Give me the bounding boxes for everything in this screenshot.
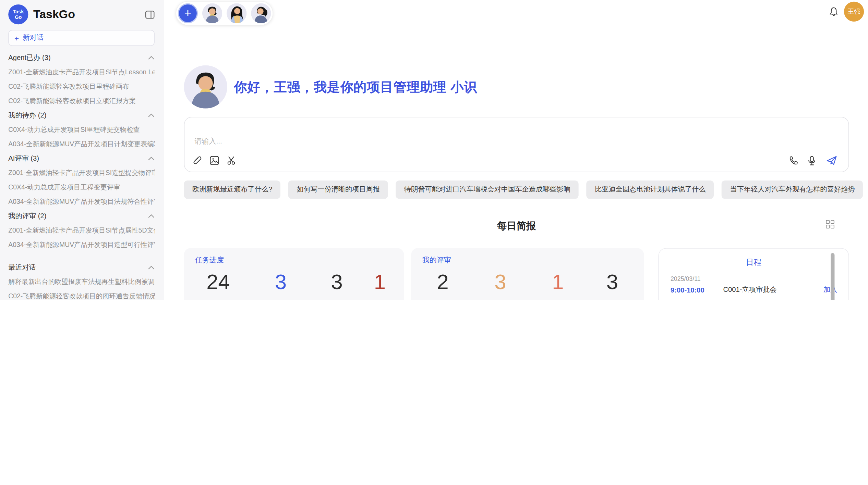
vertical-scrollbar-thumb[interactable] (831, 253, 834, 300)
list-item[interactable]: A034-全新新能源MUV产品开发项目法规符合性评审 (8, 194, 155, 209)
avatar[interactable] (227, 3, 246, 23)
suggestion-chip[interactable]: 特朗普可能对进口汽车增税会对中国车企造成哪些影响 (396, 181, 579, 199)
chevron-up-icon[interactable] (148, 214, 155, 218)
section-title: 最近对话 (8, 263, 36, 272)
list-item[interactable]: Z001-全新燃油皮卡产品开发项目SI节点Lesson Learn报告 (8, 65, 155, 79)
section-title: 我的待办 (2) (8, 110, 46, 120)
schedule-date: 2025/03/11 (671, 275, 837, 282)
schedule-card: 日程 2025/03/11 9:00-10:00 C001-立项审批会 加入 2… (658, 248, 849, 300)
stat-overdue: 1已逾期 (370, 270, 390, 300)
plus-icon: + (14, 34, 19, 42)
list-item[interactable]: C02-飞腾新能源轻客改款项目立项汇报方案 (8, 94, 155, 108)
list-item[interactable]: C0X4-动力总成开发项目SI里程碑提交物检查 (8, 122, 155, 137)
section-my-review[interactable]: 我的评审 (2) (8, 209, 155, 223)
app-window: Task Go TaskGo + 新对话 Agent已办 (3) Z001-全新… (0, 0, 868, 300)
send-icon[interactable] (826, 156, 836, 165)
daily-brief-title: 每日简报 (184, 219, 849, 233)
suggestion-chip[interactable]: 当下年轻人对汽车外观有怎样的喜好趋势 (722, 181, 863, 199)
add-session-button[interactable]: + (178, 3, 198, 23)
avatar[interactable] (202, 3, 222, 23)
stat-new-ai-done: 3新增AI完成任务 (258, 270, 304, 300)
new-chat-label: 新对话 (23, 33, 44, 42)
stat-my-todo: 3我的待办 (324, 270, 350, 300)
task-progress-card: 任务进度 24新增完成任务 3新增AI完成任务 3我的待办 1已逾期 (184, 248, 404, 300)
section-title: Agent已办 (3) (8, 53, 51, 62)
logo-text-top: Task (13, 9, 24, 14)
section-ai-review[interactable]: AI评审 (3) (8, 151, 155, 165)
avatar[interactable] (251, 3, 271, 23)
suggestion-chips: 欧洲新规最近颁布了什么? 如何写一份清晰的项目周报 特朗普可能对进口汽车增税会对… (184, 181, 863, 199)
schedule-title: 日程 (659, 258, 848, 268)
sidebar: Task Go TaskGo + 新对话 Agent已办 (3) Z001-全新… (0, 0, 164, 300)
stat-in-progress: 2进行中 (433, 270, 453, 300)
list-item[interactable]: 解释最新出台的欧盟报废车法规再生塑料比例被调至15%... (8, 275, 155, 289)
assistant-avatar (184, 65, 227, 109)
section-recent-chats[interactable]: 最近对话 (8, 260, 155, 275)
list-item[interactable]: A034-全新新能源MUV产品开发项目造型可行性评审 (8, 237, 155, 252)
my-review-card: 我的评审 2进行中 3AI预评审 1已逾期 3待评审 (411, 248, 644, 300)
app-logo: Task Go (8, 4, 28, 24)
schedule-item: 2025/03/11 9:00-10:00 C001-立项审批会 加入 (671, 275, 837, 295)
section-agent-done[interactable]: Agent已办 (3) (8, 50, 155, 65)
list-item[interactable]: Z001-全新燃油轻卡产品开发项目SI造型提交物评审 (8, 165, 155, 180)
phone-icon[interactable] (788, 156, 798, 165)
schedule-event: C001-立项审批会 (723, 285, 824, 294)
layout-grid-icon[interactable] (826, 220, 835, 229)
section-title: AI评审 (3) (8, 154, 39, 163)
list-item[interactable]: A034-全新新能源MUV产品开发项目计划变更表编写 (8, 137, 155, 151)
section-my-todo[interactable]: 我的待办 (2) (8, 108, 155, 122)
main-area: + 王强 你好，王强，我是你的项目管理助理 小识 请输入... (164, 0, 868, 300)
greeting-text: 你好，王强，我是你的项目管理助理 小识 (234, 78, 477, 96)
collapse-panel-icon[interactable] (145, 10, 155, 18)
greeting-block: 你好，王强，我是你的项目管理助理 小识 (184, 65, 477, 109)
list-item[interactable]: C0X4-动力总成开发项目工程变更评审 (8, 180, 155, 194)
suggestion-chip[interactable]: 欧洲新规最近颁布了什么? (184, 181, 281, 199)
list-item[interactable]: Z001-全新燃油轻卡产品开发项目SI节点属性5D文件评审 (8, 223, 155, 237)
card-title: 任务进度 (195, 255, 224, 265)
chat-input-box[interactable]: 请输入... (184, 117, 849, 172)
card-title: 我的评审 (422, 255, 451, 265)
image-icon[interactable] (209, 156, 219, 165)
sidebar-header: Task Go TaskGo (8, 4, 155, 24)
logo-text-bottom: Go (15, 14, 22, 20)
suggestion-chip[interactable]: 比亚迪全固态电池计划具体说了什么 (587, 181, 714, 199)
stat-ai-prereview: 3AI预评审 (487, 270, 514, 300)
list-item[interactable]: C02-飞腾新能源轻客改款项目的闭环通告反馈情况 (8, 289, 155, 300)
chevron-up-icon[interactable] (148, 113, 155, 117)
list-item[interactable]: C02-飞腾新能源轻客改款项目里程碑画布 (8, 79, 155, 94)
suggestion-chip[interactable]: 如何写一份清晰的项目周报 (288, 181, 388, 199)
chevron-up-icon[interactable] (148, 55, 155, 59)
scissors-icon[interactable] (227, 156, 237, 165)
user-avatar[interactable]: 王强 (844, 2, 864, 22)
app-title: TaskGo (33, 8, 145, 21)
schedule-time: 9:00-10:00 (671, 286, 723, 294)
mic-icon[interactable] (807, 156, 817, 165)
attach-icon[interactable] (192, 156, 202, 165)
stat-new-done: 24新增完成任务 (198, 270, 238, 300)
input-placeholder: 请输入... (194, 136, 222, 146)
chevron-up-icon[interactable] (148, 157, 155, 160)
section-title: 我的评审 (2) (8, 211, 46, 221)
stat-pending-review: 3待评审 (602, 270, 622, 300)
new-chat-button[interactable]: + 新对话 (8, 30, 155, 46)
session-switcher: + (176, 1, 273, 25)
chevron-up-icon[interactable] (148, 265, 155, 269)
stat-review-overdue: 1已逾期 (548, 270, 568, 300)
notification-bell-icon[interactable] (829, 7, 839, 17)
